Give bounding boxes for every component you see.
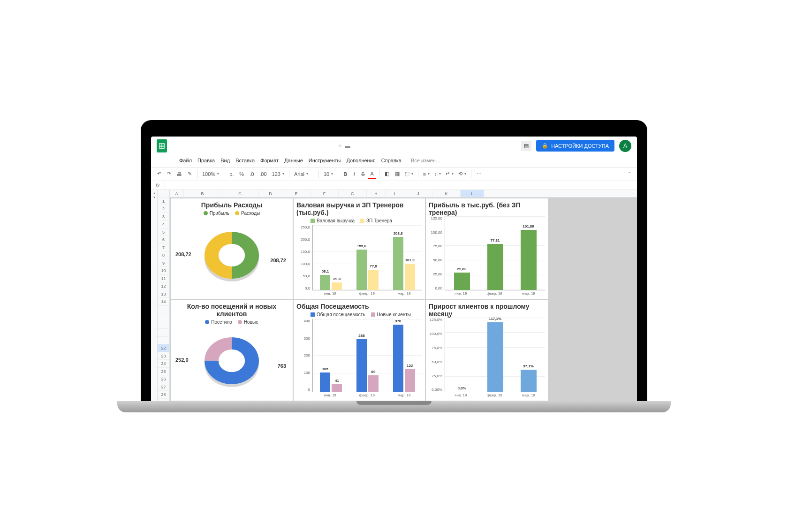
row-header[interactable]: 13	[158, 290, 169, 298]
svg-point-7	[219, 350, 245, 372]
spreadsheet-grid: ◂▾ 12345678910111213142223242526272829 A…	[151, 190, 637, 402]
col-header[interactable]: B	[184, 190, 221, 197]
comments-button[interactable]: ▤	[521, 141, 531, 151]
row-header[interactable]: 12	[158, 282, 169, 290]
share-button[interactable]: 🔒 НАСТРОЙКИ ДОСТУПА	[536, 140, 614, 152]
menu-Вставка[interactable]: Вставка	[234, 157, 257, 164]
row-header[interactable]: 25	[158, 368, 169, 376]
chart-panel-c6[interactable]: Прирост клиентов к прошлому месяцу125,0%…	[426, 300, 548, 401]
laptop-base	[117, 401, 671, 412]
col-header[interactable]: H	[367, 190, 386, 197]
toolbar-expand-button[interactable]: ˆ	[626, 170, 633, 178]
percent-button[interactable]: %	[237, 170, 246, 178]
row-header[interactable]	[158, 306, 169, 314]
row-header[interactable]: 24	[158, 360, 169, 368]
row-header[interactable]: 2	[158, 205, 169, 213]
row-header[interactable]: 5	[158, 228, 169, 236]
row-header[interactable]: 22	[158, 344, 169, 352]
menu-Данные[interactable]: Данные	[282, 157, 305, 164]
col-header[interactable]: K	[432, 190, 461, 197]
print-button[interactable]: 🖶	[174, 170, 184, 178]
row-header[interactable]: 10	[158, 267, 169, 275]
italic-button[interactable]: I	[350, 170, 358, 178]
chart-panel-c3[interactable]: Прибыль в тыс.руб. (без ЗП тренера)125,0…	[426, 198, 548, 299]
font-size-select[interactable]: 10	[322, 170, 335, 178]
row-header[interactable]: 27	[158, 383, 169, 391]
col-header[interactable]: C	[221, 190, 259, 197]
valign-button[interactable]: ↕	[432, 170, 443, 178]
redo-button[interactable]: ↷	[165, 169, 174, 178]
row-header[interactable]	[158, 329, 169, 337]
text-color-button[interactable]: A	[368, 169, 376, 179]
col-header[interactable]: G	[339, 190, 367, 197]
col-header[interactable]: I	[386, 190, 404, 197]
strike-button[interactable]: S	[359, 170, 367, 178]
col-header[interactable]: D	[259, 190, 282, 197]
row-header[interactable]	[158, 337, 169, 345]
halign-button[interactable]: ≡	[421, 170, 432, 178]
row-header[interactable]: 4	[158, 220, 169, 228]
dec-decrease-button[interactable]: .0	[247, 170, 256, 178]
paint-format-button[interactable]: ✎	[185, 169, 194, 178]
wrap-button[interactable]: ↵	[444, 170, 455, 178]
col-header[interactable]: A	[170, 190, 184, 197]
row-header[interactable]: 23	[158, 352, 169, 360]
row-header[interactable]: 8	[158, 251, 169, 259]
row-header[interactable]: 6	[158, 236, 169, 244]
col-header[interactable]: F	[311, 190, 339, 197]
changes-link[interactable]: Все измен...	[409, 157, 442, 164]
currency-button[interactable]: р.	[227, 170, 236, 178]
svg-point-5	[219, 244, 245, 266]
borders-button[interactable]: ▦	[393, 169, 402, 178]
row-header[interactable]: 26	[158, 375, 169, 383]
row-header[interactable]: 11	[158, 275, 169, 283]
font-select[interactable]: Arial	[292, 170, 316, 178]
chart-title: Общая Посещаемость	[296, 303, 422, 310]
col-header[interactable]: J	[404, 190, 432, 197]
menu-Файл[interactable]: Файл	[177, 157, 194, 164]
column-headers: ABCDEFGHIJKL	[170, 190, 637, 198]
star-icon[interactable]: ☆	[338, 143, 342, 149]
avatar[interactable]: А	[619, 140, 631, 152]
dashboard: Прибыль РасходыПрибыльРасходы 208,72 208…	[170, 198, 637, 402]
app-window: ☆ ▬ ▤ 🔒 НАСТРОЙКИ ДОСТУПА А ФайлПравкаВи…	[151, 137, 637, 402]
rotate-button[interactable]: ⟲	[456, 170, 468, 178]
laptop-frame: ☆ ▬ ▤ 🔒 НАСТРОЙКИ ДОСТУПА А ФайлПравкаВи…	[141, 120, 647, 402]
row-group-gutter[interactable]: ◂▾	[151, 190, 158, 402]
menu-Вид[interactable]: Вид	[219, 157, 232, 164]
col-header[interactable]: E	[282, 190, 311, 197]
chart-panel-c4[interactable]: Кол-во посещений и новых клиентовПосетил…	[171, 300, 293, 401]
more-button[interactable]: ⋯	[474, 169, 484, 178]
chart-panel-c1[interactable]: Прибыль РасходыПрибыльРасходы 208,72 208…	[171, 198, 293, 299]
fill-color-button[interactable]: ◧	[382, 169, 392, 178]
chart-title: Прибыль Расходы	[174, 201, 290, 209]
menu-Формат[interactable]: Формат	[258, 157, 280, 164]
formula-bar: fx	[151, 181, 637, 190]
row-header[interactable]: 7	[158, 244, 169, 252]
menu-Справка[interactable]: Справка	[379, 157, 403, 164]
row-header[interactable]: 9	[158, 259, 169, 267]
dec-increase-button[interactable]: .00	[257, 170, 269, 178]
row-header[interactable]	[158, 313, 169, 321]
row-header[interactable]: 28	[158, 391, 169, 399]
col-header[interactable]: L	[461, 190, 484, 197]
row-header[interactable]	[158, 321, 169, 329]
menu-Инструменты[interactable]: Инструменты	[307, 157, 343, 164]
undo-button[interactable]: ↶	[155, 169, 164, 178]
menu-Дополнения[interactable]: Дополнения	[344, 157, 377, 164]
number-format-select[interactable]: 123	[270, 170, 286, 178]
chart-panel-c5[interactable]: Общая ПосещаемостьОбщая посещаемостьНовы…	[294, 300, 425, 401]
row-header[interactable]: 1	[158, 198, 169, 205]
folder-icon[interactable]: ▬	[345, 143, 350, 149]
fx-label: fx	[151, 181, 165, 190]
chart-title: Прирост клиентов к прошлому месяцу	[429, 303, 545, 318]
menu-Правка[interactable]: Правка	[196, 157, 217, 164]
toolbar: ↶ ↷ 🖶 ✎ 100% р. % .0 .00 123 Arial 10 B …	[151, 167, 637, 181]
chart-panel-c2[interactable]: Валовая выручка и ЗП Тренеров (тыс.руб.)…	[294, 198, 425, 299]
zoom-select[interactable]: 100%	[200, 170, 221, 178]
merge-button[interactable]: ⬚	[403, 170, 415, 178]
row-header[interactable]: 3	[158, 213, 169, 221]
chart-title: Валовая выручка и ЗП Тренеров (тыс.руб.)	[296, 201, 422, 216]
bold-button[interactable]: B	[341, 170, 349, 178]
row-header[interactable]: 14	[158, 298, 169, 306]
